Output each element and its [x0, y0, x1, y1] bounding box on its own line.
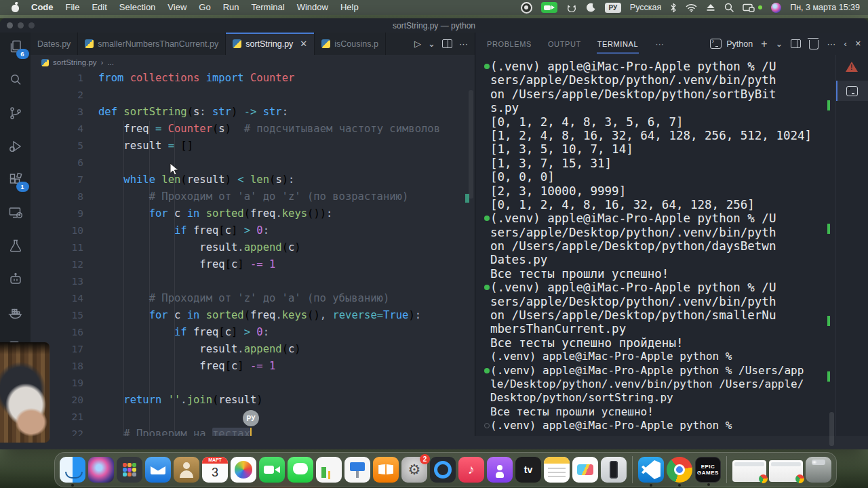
- breadcrumb-file[interactable]: sortString.py: [53, 58, 97, 66]
- code-line[interactable]: 7 while len(result) < len(s):: [31, 171, 475, 188]
- dock-freeform[interactable]: [572, 457, 598, 483]
- close-panel-icon[interactable]: ✕: [855, 39, 861, 48]
- command-decoration-green[interactable]: [484, 64, 490, 69]
- panel-tabs-more-icon[interactable]: ···: [655, 39, 664, 49]
- input-source-name[interactable]: Русская: [630, 3, 661, 12]
- menu-terminal[interactable]: Terminal: [245, 0, 291, 15]
- input-source-badge[interactable]: РУ: [605, 3, 621, 13]
- screen-recording-icon[interactable]: [521, 2, 532, 14]
- terminal-output[interactable]: (.venv) apple@iMac-Pro-Apple python % /U…: [484, 60, 826, 436]
- code-line[interactable]: 22 # Проверим на тестахРУ: [31, 426, 475, 436]
- dock-settings[interactable]: ⚙2: [401, 457, 427, 483]
- code-line[interactable]: 18 freq[c] -= 1: [31, 358, 475, 375]
- search-icon[interactable]: [7, 71, 24, 89]
- terminal-warning-icon[interactable]: [846, 62, 858, 72]
- menu-selection[interactable]: Selection: [113, 0, 161, 15]
- dock-photos[interactable]: [231, 457, 256, 483]
- panel-tab-output[interactable]: OUTPUT: [547, 35, 582, 54]
- code-line[interactable]: 2: [31, 87, 475, 104]
- remote-explorer-icon[interactable]: [7, 204, 24, 222]
- wifi-icon[interactable]: [686, 3, 697, 12]
- code-line[interactable]: 19: [31, 375, 475, 392]
- code-line[interactable]: 10 if freq[c] > 0:: [31, 222, 475, 239]
- display-mirroring-icon[interactable]: [743, 3, 755, 12]
- code-line[interactable]: 13: [31, 273, 475, 290]
- code-line[interactable]: 5 result = []: [31, 138, 475, 155]
- code-editor[interactable]: 1from collections import Counter23def so…: [31, 70, 475, 436]
- dock-vscode[interactable]: [638, 457, 664, 483]
- panel-tab-problems[interactable]: PROBLEMS: [486, 35, 532, 54]
- minimize-window-button[interactable]: [18, 22, 24, 28]
- code-line[interactable]: 3def sortString(s: str) -> str:: [31, 104, 475, 121]
- terminal-tab-item[interactable]: [836, 81, 868, 101]
- breadcrumb[interactable]: sortString.py › ...: [31, 55, 475, 70]
- dock-chrome[interactable]: [667, 457, 692, 483]
- panel-collapse-icon[interactable]: ‹: [844, 39, 846, 49]
- menu-view[interactable]: View: [161, 0, 193, 15]
- docker-icon[interactable]: [7, 304, 24, 321]
- dock-siri[interactable]: [88, 457, 114, 483]
- close-window-button[interactable]: [7, 22, 13, 28]
- menu-go[interactable]: Go: [193, 0, 216, 15]
- code-line[interactable]: 11 result.append(c): [31, 239, 475, 256]
- focus-moon-icon[interactable]: [586, 3, 596, 13]
- command-decoration-green[interactable]: [484, 216, 490, 221]
- command-decoration-green[interactable]: [484, 368, 490, 373]
- window-titlebar[interactable]: sortString.py — python: [0, 18, 868, 33]
- dock-calendar[interactable]: МАРТ3: [202, 457, 228, 483]
- command-decoration-dim[interactable]: [484, 423, 490, 428]
- eject-icon[interactable]: [706, 3, 715, 12]
- run-python-file-button[interactable]: ▷: [414, 39, 421, 49]
- code-line[interactable]: 17 result.append(c): [31, 341, 475, 358]
- source-control-icon[interactable]: [7, 104, 24, 122]
- menu-file[interactable]: File: [60, 0, 86, 15]
- dock-music[interactable]: ♪: [458, 457, 484, 483]
- explorer-icon[interactable]: 6: [7, 38, 24, 56]
- dock-mail[interactable]: [145, 457, 171, 483]
- menubar-clock[interactable]: Пн, 3 марта 15:39: [790, 3, 860, 12]
- editor-more-actions-icon[interactable]: ···: [459, 39, 468, 49]
- run-dropdown-chevron-icon[interactable]: ⌄: [428, 39, 435, 49]
- zoom-window-button[interactable]: [28, 22, 35, 28]
- apple-menu-icon[interactable]: [11, 3, 20, 12]
- tab-sortstring-py[interactable]: sortString.py✕: [226, 33, 315, 55]
- bluetooth-icon[interactable]: [670, 3, 677, 13]
- dock-podcasts[interactable]: [487, 457, 513, 483]
- dock-numbers[interactable]: [316, 457, 342, 483]
- dock-notes[interactable]: [544, 457, 570, 483]
- dock-finder[interactable]: [60, 457, 85, 483]
- split-editor-icon[interactable]: [442, 39, 452, 48]
- code-line[interactable]: 8 # Проходим от 'а' до 'z' (по возрастан…: [31, 188, 475, 205]
- code-line[interactable]: 20 return ''.join(result): [31, 392, 475, 409]
- code-line[interactable]: 6: [31, 155, 475, 171]
- dock-books[interactable]: [373, 457, 399, 483]
- code-line[interactable]: 16 if freq[c] > 0:: [31, 324, 475, 341]
- dock-epic[interactable]: EPICGAMES: [695, 457, 721, 483]
- tab-iscousins-p[interactable]: isCousins.p: [315, 33, 386, 55]
- code-line[interactable]: 1from collections import Counter: [31, 70, 475, 87]
- new-terminal-button[interactable]: +: [761, 38, 767, 50]
- menu-help[interactable]: Help: [334, 0, 365, 15]
- dock-iphone-mirroring[interactable]: [601, 457, 627, 483]
- window-controls[interactable]: [7, 22, 35, 28]
- code-line[interactable]: 14 # Проходим от 'z' до 'a' (по убыванию…: [31, 290, 475, 307]
- menu-edit[interactable]: Edit: [85, 0, 113, 15]
- tab-smallernumbersthancurrent-py[interactable]: smallerNumbersThanCurrent.py: [78, 33, 226, 55]
- menu-window[interactable]: Window: [291, 0, 334, 15]
- kill-terminal-icon[interactable]: [809, 40, 818, 49]
- dock-messages[interactable]: [288, 457, 313, 483]
- close-tab-icon[interactable]: ✕: [300, 39, 307, 49]
- tab-dates-py[interactable]: Dates.py: [31, 33, 78, 55]
- dock-keynote[interactable]: [344, 457, 370, 483]
- robot-chat-icon[interactable]: [7, 270, 24, 288]
- extensions-icon[interactable]: 1: [7, 171, 24, 188]
- dock-trash[interactable]: [806, 457, 831, 483]
- panel-tab-terminal[interactable]: TERMINAL: [597, 35, 639, 54]
- code-line[interactable]: 4 freq = Counter(s) # подсчитываем часто…: [31, 121, 475, 138]
- command-decoration-green[interactable]: [484, 285, 490, 290]
- terminal-scrollbar[interactable]: [829, 412, 834, 446]
- run-debug-icon[interactable]: [7, 138, 24, 155]
- panel-more-actions-icon[interactable]: ···: [827, 39, 835, 49]
- code-line[interactable]: 15 for c in sorted(freq.keys(), reverse=…: [31, 307, 475, 324]
- split-terminal-icon[interactable]: [791, 39, 801, 48]
